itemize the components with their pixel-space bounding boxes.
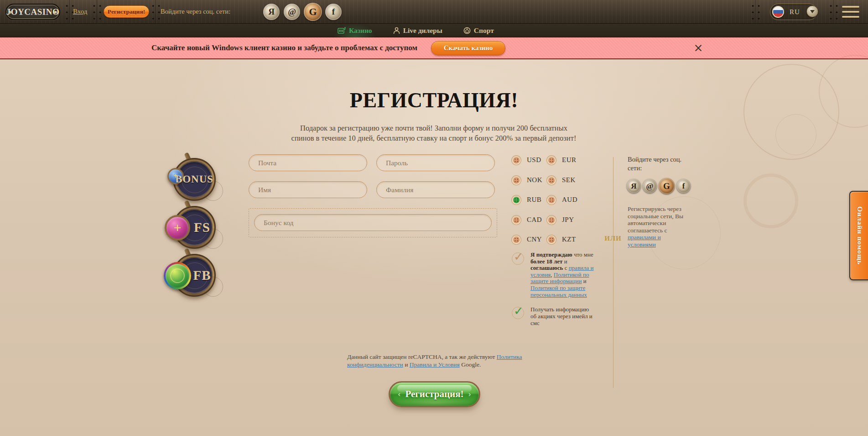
tab-live-dealers[interactable]: Live дилеры: [390, 24, 446, 37]
vertical-divider: [613, 250, 613, 388]
currency-option-usd[interactable]: USD: [512, 156, 547, 176]
currency-option-aud[interactable]: AUD: [547, 195, 577, 215]
login-link[interactable]: Вход: [73, 8, 87, 16]
radio-sek[interactable]: [547, 176, 556, 185]
subtitle-line: спинов в течение 10 дней, бесплатную ста…: [251, 133, 616, 143]
currency-option-eur[interactable]: EUR: [547, 156, 577, 176]
social-note: Регистрируясь через социальные сети, Вы …: [628, 205, 688, 248]
yandex-icon[interactable]: Я: [627, 179, 641, 193]
close-icon[interactable]: ×: [691, 41, 705, 54]
yandex-icon[interactable]: Я: [263, 4, 280, 20]
facebook-icon[interactable]: f: [325, 4, 342, 20]
registration-section: РЕГИСТРАЦИЯ! Подарок за регистрацию уже …: [0, 59, 868, 436]
tab-label: Казино: [349, 26, 372, 35]
social-column-heading: Войдите через соц. сети:: [628, 155, 685, 173]
promo-text: Получать информацию об акциях через имей…: [530, 306, 603, 326]
page-subtitle: Подарок за регистрацию уже почти твой! З…: [251, 123, 616, 144]
hamburger-menu-icon[interactable]: [842, 6, 859, 18]
radio-rub[interactable]: [512, 195, 521, 205]
social-login-icons: Я @ G f: [627, 178, 691, 194]
currency-option-nok[interactable]: NOK: [512, 176, 547, 196]
sketch-circle-decor: [775, 114, 816, 155]
freespins-orb-icon: +: [165, 215, 190, 241]
banner-message: Скачайте новый Windows клиент казино и з…: [151, 43, 417, 53]
currency-selector: USD EUR NOK SEK RUB AUD CAD JPY CNY KZT: [512, 156, 577, 255]
language-code: RU: [790, 8, 800, 16]
terms-conditions-link[interactable]: правилами и условиями: [628, 234, 661, 248]
left-arrow-ornament-icon: ‹: [398, 390, 400, 399]
seam-divider: [92, 0, 103, 24]
google-terms-link[interactable]: Правила и Условия: [410, 361, 460, 368]
mailru-icon[interactable]: @: [284, 4, 300, 20]
google-icon[interactable]: G: [304, 3, 322, 21]
personal-data-policy-link[interactable]: Политикой по защите персональных данных: [530, 284, 587, 298]
seam-divider: [828, 0, 839, 24]
badge-label: FB: [193, 268, 211, 283]
seam-divider: [151, 0, 161, 24]
stain-ring-decor: [743, 173, 798, 228]
seam-divider: [750, 0, 761, 24]
radio-aud[interactable]: [547, 195, 556, 205]
radio-cny[interactable]: [512, 235, 521, 244]
download-banner: Скачайте новый Windows клиент казино и з…: [0, 37, 868, 59]
currency-option-sek[interactable]: SEK: [547, 176, 577, 196]
page-title: РЕГИСТРАЦИЯ!: [0, 88, 868, 112]
google-icon[interactable]: G: [659, 178, 675, 194]
joycasino-registration-page: JOYCASINO Вход Регистрация! Войдите чере…: [0, 0, 868, 436]
tab-sport[interactable]: Спорт: [460, 24, 498, 37]
chevron-down-icon: [810, 10, 815, 13]
football-orb-icon: [164, 262, 191, 289]
promo-checkbox[interactable]: [512, 307, 524, 319]
radio-usd[interactable]: [512, 156, 521, 165]
sport-ball-icon: [463, 27, 471, 34]
radio-cad[interactable]: [512, 215, 521, 225]
radio-jpy[interactable]: [547, 215, 556, 225]
tab-casino[interactable]: Казино: [334, 24, 376, 37]
right-arrow-ornament-icon: ›: [468, 390, 471, 399]
flag-ru-icon: [772, 6, 784, 18]
online-help-tab[interactable]: Онлайн помощь: [849, 191, 868, 280]
mailru-icon[interactable]: @: [643, 179, 657, 193]
terms-text: Я подтверждаю что мне более 18 лет и сог…: [530, 252, 598, 298]
register-button[interactable]: Регистрация!: [104, 5, 149, 18]
language-dropdown-button[interactable]: [806, 5, 818, 17]
facebook-icon[interactable]: f: [676, 179, 691, 193]
terms-checkbox[interactable]: [512, 252, 524, 265]
radio-kzt[interactable]: [547, 235, 556, 244]
password-field[interactable]: [376, 154, 495, 171]
currency-option-rub[interactable]: RUB: [512, 195, 547, 215]
badge-label: FS: [194, 220, 210, 235]
badge-label: BONUS: [176, 173, 213, 185]
or-label: ИЛИ: [603, 235, 623, 242]
social-login-prompt: Войдите через соц. сети:: [161, 8, 230, 16]
submit-registration-button[interactable]: ‹ Регистрация! ›: [389, 381, 480, 407]
freebet-badge: FB: [166, 252, 221, 298]
bonus-code-field[interactable]: [254, 214, 492, 231]
tab-label: Live дилеры: [403, 26, 442, 35]
bonus-badge: BONUS +: [166, 156, 221, 202]
first-name-field[interactable]: [249, 181, 367, 198]
currency-option-jpy[interactable]: JPY: [547, 215, 577, 236]
radio-eur[interactable]: [547, 156, 556, 165]
currency-option-cad[interactable]: CAD: [512, 215, 547, 236]
subtitle-line: Подарок за регистрацию уже почти твой! З…: [251, 123, 616, 133]
joycasino-logo[interactable]: JOYCASINO: [5, 4, 60, 20]
last-name-field[interactable]: [376, 181, 495, 198]
tab-label: Спорт: [474, 26, 494, 35]
slot-machine-icon: [338, 27, 346, 34]
recaptcha-note: Данный сайт защищен reCAPTCHA, а так же …: [347, 353, 543, 368]
freespins-badge: FS +: [166, 204, 221, 250]
live-dealer-icon: [393, 27, 400, 34]
main-nav: Казино Live дилеры Спорт: [0, 24, 868, 37]
email-field[interactable]: [249, 154, 367, 171]
top-bar: JOYCASINO Вход Регистрация! Войдите чере…: [0, 0, 868, 24]
logo-text: JOYCASINO: [6, 7, 59, 17]
radio-nok[interactable]: [512, 176, 521, 185]
download-casino-button[interactable]: Скачать казино: [431, 41, 505, 55]
